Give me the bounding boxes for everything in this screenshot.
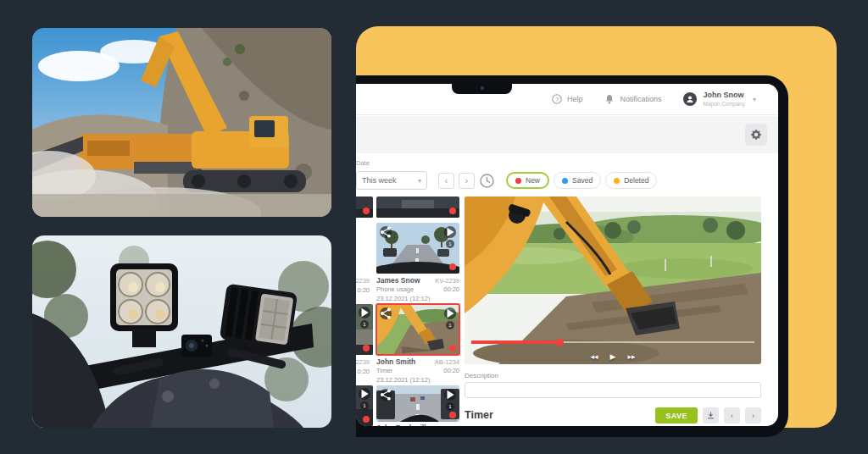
user-menu[interactable]: John Snow Mapon Company ▾: [683, 91, 756, 107]
led-lights-scene-graphic: [32, 235, 331, 428]
filter-pill-deleted[interactable]: Deleted: [605, 172, 657, 189]
user-name: John Snow: [703, 91, 745, 100]
filter-pill-deleted-label: Deleted: [624, 176, 648, 185]
clipped-thumbnail[interactable]: 1: [356, 385, 373, 426]
progress-knob[interactable]: [556, 339, 564, 346]
new-indicator-dot: [449, 208, 456, 214]
time-picker-button[interactable]: [479, 173, 495, 189]
new-indicator-dot: [363, 345, 370, 352]
video-meta-james-snow: James Snow KV-2239 Phone usage 00:20 23.…: [376, 276, 459, 302]
play-icon[interactable]: [444, 389, 456, 401]
date-filter-label: Date: [356, 159, 370, 167]
prev-video-button[interactable]: ‹: [724, 407, 740, 424]
saved-status-dot: [562, 178, 568, 184]
help-icon: ?: [552, 94, 562, 104]
user-texts: John Snow Mapon Company: [703, 91, 745, 107]
video-meta-john-bushmill: John Bushmill HF-1432: [376, 424, 459, 426]
video-count-badge: 1: [446, 240, 454, 248]
save-button[interactable]: SAVE: [655, 407, 698, 424]
video-datetime: 23.12.2021 (12:12): [376, 295, 459, 302]
svg-text:?: ?: [555, 96, 559, 103]
video-thumbnail-john-bushmill[interactable]: 1: [376, 385, 459, 422]
filters-row: This week ▾ ‹ › New Saved Deleted: [356, 171, 657, 190]
filter-pill-new-label: New: [526, 176, 540, 185]
vehicle-plate: AB-1234: [435, 358, 459, 367]
filter-pill-saved[interactable]: Saved: [554, 172, 601, 189]
share-icon[interactable]: [380, 226, 392, 238]
vehicle-plate: KV-2239: [435, 277, 459, 285]
deleted-status-dot: [614, 178, 620, 184]
progress-fill: [471, 340, 559, 344]
play-icon: [359, 307, 370, 318]
clipped-meta: 2239 0:20: [356, 276, 370, 296]
video-player[interactable]: ◂◂ ▶ ▸▸: [465, 197, 761, 364]
fast-forward-button[interactable]: ▸▸: [627, 352, 635, 361]
led-light-side: [220, 284, 298, 349]
video-duration: 00:20: [443, 367, 459, 375]
download-button[interactable]: [703, 407, 719, 424]
prev-period-button[interactable]: ‹: [438, 173, 454, 189]
settings-button[interactable]: [745, 124, 767, 146]
app-screen: ? Help Notifications J: [356, 84, 778, 426]
clipped-thumbnail[interactable]: 1: [356, 304, 373, 355]
play-icon: [359, 388, 370, 400]
video-count-badge: 1: [360, 401, 369, 410]
avatar: [683, 92, 697, 106]
video-progress-bar[interactable]: [471, 339, 754, 346]
play-icon[interactable]: [444, 307, 456, 319]
event-type: Timer: [376, 367, 392, 375]
date-range-select[interactable]: This week ▾: [356, 171, 427, 190]
date-range-value: This week: [362, 176, 397, 185]
clipped-thumbnail[interactable]: [356, 197, 373, 218]
driver-name: John Bushmill: [376, 424, 426, 426]
filter-pill-new[interactable]: New: [506, 172, 549, 189]
description-input[interactable]: [465, 382, 761, 398]
help-label: Help: [567, 95, 583, 103]
app-header: ? Help Notifications J: [356, 84, 778, 115]
clipped-meta: 2239 0:20: [356, 357, 370, 377]
clock-icon: [479, 173, 495, 189]
share-icon[interactable]: [380, 307, 392, 319]
video-thumbnail-partial[interactable]: [376, 197, 459, 218]
video-list: 2239 0:20 1 2239 0:20: [356, 197, 461, 426]
timer-heading: Timer: [465, 409, 493, 421]
new-indicator-dot: [449, 412, 456, 418]
bell-icon: [604, 94, 615, 104]
quarry-scene-graphic: [32, 28, 331, 217]
mini-camera: [181, 335, 212, 357]
description-label: Description: [465, 372, 498, 379]
tablet-camera-notch: [452, 84, 512, 94]
play-icon[interactable]: [444, 226, 456, 238]
action-buttons: SAVE ‹ ›: [655, 407, 761, 424]
gear-icon: [750, 129, 762, 141]
video-duration: 00:20: [443, 285, 459, 294]
video-thumbnail-john-smith[interactable]: 1: [376, 304, 459, 355]
video-count-badge: 1: [446, 402, 454, 411]
play-button[interactable]: ▶: [610, 352, 616, 361]
rewind-button[interactable]: ◂◂: [590, 352, 598, 361]
photo-excavator-quarry: [32, 28, 331, 217]
new-status-dot: [515, 178, 521, 184]
video-datetime: 23.12.2021 (12:12): [376, 376, 459, 384]
download-icon: [707, 412, 715, 419]
filter-pill-saved-label: Saved: [572, 176, 593, 185]
help-button[interactable]: ? Help: [552, 94, 583, 104]
person-icon: [686, 95, 694, 103]
vehicle-plate: HF-1432: [435, 424, 459, 426]
chevron-down-icon: ▾: [418, 177, 421, 185]
new-indicator-dot: [449, 263, 456, 270]
settings-toolbar: [356, 116, 778, 153]
share-icon[interactable]: [380, 389, 392, 401]
event-type: Phone usage: [376, 285, 414, 294]
new-indicator-dot: [363, 208, 370, 214]
next-video-button[interactable]: ›: [745, 407, 761, 424]
driver-name: John Smith: [376, 357, 415, 367]
video-count-badge: 1: [446, 321, 454, 329]
playback-controls: ◂◂ ▶ ▸▸: [465, 352, 761, 361]
new-indicator-dot: [449, 345, 456, 352]
notifications-button[interactable]: Notifications: [604, 94, 661, 104]
video-count-badge: 1: [360, 320, 369, 329]
video-thumbnail-james-snow[interactable]: 1: [376, 223, 459, 274]
next-period-button[interactable]: ›: [459, 173, 475, 189]
new-indicator-dot: [363, 416, 370, 423]
